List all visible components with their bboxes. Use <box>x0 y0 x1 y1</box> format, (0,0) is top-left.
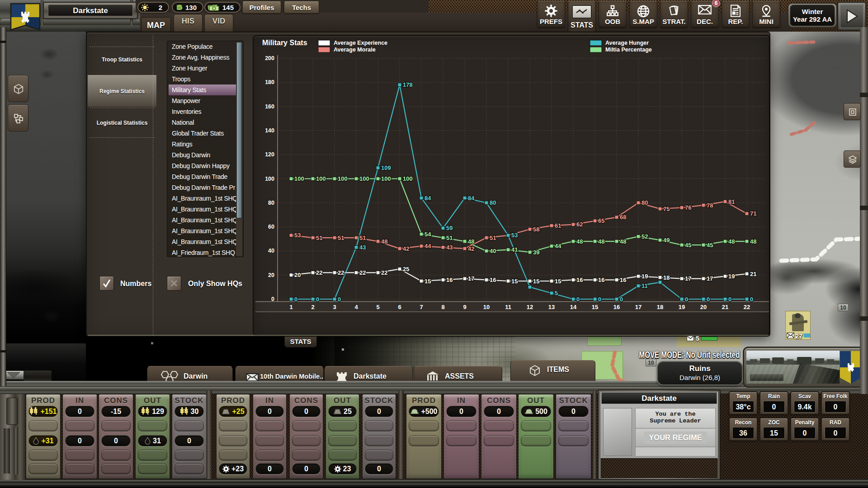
svg-text:58: 58 <box>533 226 539 233</box>
svg-text:71: 71 <box>750 210 756 217</box>
svg-text:15: 15 <box>555 278 561 285</box>
svg-text:11: 11 <box>642 282 648 289</box>
svg-text:76: 76 <box>685 204 691 211</box>
svg-text:180: 180 <box>265 79 274 85</box>
svg-text:Military Stats: Military Stats <box>262 39 307 47</box>
svg-text:40: 40 <box>490 248 496 254</box>
svg-text:41: 41 <box>511 246 518 253</box>
svg-text:65: 65 <box>598 217 604 224</box>
svg-text:18: 18 <box>663 274 670 281</box>
svg-text:100: 100 <box>381 175 391 182</box>
svg-text:200: 200 <box>265 55 274 61</box>
svg-text:120: 120 <box>265 151 274 158</box>
svg-text:0: 0 <box>598 296 601 303</box>
svg-text:16: 16 <box>576 277 583 283</box>
svg-text:48: 48 <box>576 238 583 245</box>
svg-text:20: 20 <box>700 304 707 310</box>
svg-text:17: 17 <box>707 275 713 282</box>
svg-text:62: 62 <box>576 221 583 228</box>
svg-text:52: 52 <box>642 233 648 240</box>
svg-text:13: 13 <box>548 304 555 310</box>
svg-text:51: 51 <box>359 235 366 241</box>
svg-text:78: 78 <box>707 202 713 209</box>
svg-text:19: 19 <box>728 273 735 280</box>
svg-text:84: 84 <box>468 195 475 202</box>
svg-text:17: 17 <box>635 304 642 310</box>
svg-text:100: 100 <box>338 175 348 182</box>
svg-text:15: 15 <box>592 304 598 310</box>
svg-text:109: 109 <box>381 164 391 171</box>
svg-text:45: 45 <box>707 242 713 249</box>
svg-text:0: 0 <box>685 296 688 303</box>
svg-text:81: 81 <box>728 198 735 205</box>
svg-text:0: 0 <box>294 296 297 303</box>
svg-text:140: 140 <box>265 127 274 134</box>
svg-text:18: 18 <box>657 304 663 310</box>
svg-text:19: 19 <box>679 304 685 310</box>
svg-text:Average Morale: Average Morale <box>334 47 376 53</box>
svg-text:43: 43 <box>359 244 366 251</box>
svg-text:53: 53 <box>511 232 518 239</box>
svg-text:40: 40 <box>268 248 274 254</box>
svg-text:75: 75 <box>663 206 670 212</box>
svg-text:5: 5 <box>376 304 379 310</box>
svg-text:Average Hunger: Average Hunger <box>605 40 649 46</box>
svg-text:21: 21 <box>722 304 728 310</box>
svg-text:2: 2 <box>311 304 314 310</box>
svg-text:10: 10 <box>483 304 490 310</box>
svg-text:43: 43 <box>446 244 453 251</box>
svg-text:45: 45 <box>685 242 691 249</box>
svg-text:20: 20 <box>268 272 274 278</box>
svg-text:16: 16 <box>620 277 626 283</box>
svg-text:22: 22 <box>359 269 366 276</box>
svg-text:22: 22 <box>338 269 344 276</box>
svg-text:0: 0 <box>338 296 341 303</box>
svg-text:48: 48 <box>728 238 735 245</box>
svg-text:51: 51 <box>316 235 322 241</box>
svg-text:6: 6 <box>398 304 401 310</box>
svg-text:22: 22 <box>381 269 387 276</box>
svg-text:16: 16 <box>490 277 496 283</box>
svg-text:48: 48 <box>381 238 387 245</box>
svg-text:22: 22 <box>744 304 750 310</box>
svg-text:48: 48 <box>468 238 474 245</box>
svg-text:51: 51 <box>490 235 496 241</box>
svg-text:7: 7 <box>420 304 423 310</box>
svg-text:0: 0 <box>707 296 710 303</box>
svg-text:3: 3 <box>333 304 336 310</box>
svg-text:Average Experience: Average Experience <box>334 40 387 46</box>
svg-text:15: 15 <box>511 278 518 285</box>
svg-text:15: 15 <box>425 278 431 285</box>
svg-text:16: 16 <box>446 277 453 283</box>
svg-text:Miltia Percentage: Miltia Percentage <box>605 47 652 53</box>
svg-text:80: 80 <box>642 199 648 206</box>
svg-text:0: 0 <box>316 296 319 303</box>
svg-text:49: 49 <box>663 237 670 244</box>
svg-text:48: 48 <box>750 238 756 245</box>
svg-text:5: 5 <box>555 290 558 296</box>
svg-text:15: 15 <box>533 278 539 285</box>
svg-text:8: 8 <box>441 304 444 310</box>
svg-text:42: 42 <box>403 245 409 252</box>
svg-text:0: 0 <box>620 296 623 303</box>
svg-text:51: 51 <box>338 235 344 241</box>
svg-text:11: 11 <box>505 304 511 310</box>
svg-text:16: 16 <box>598 277 604 283</box>
svg-text:84: 84 <box>425 195 431 202</box>
svg-text:14: 14 <box>570 304 577 310</box>
svg-text:80: 80 <box>268 200 274 206</box>
svg-text:100: 100 <box>359 175 369 182</box>
svg-text:44: 44 <box>555 243 561 249</box>
svg-text:17: 17 <box>468 275 474 282</box>
svg-text:44: 44 <box>425 243 431 249</box>
svg-text:80: 80 <box>490 199 496 206</box>
svg-text:20: 20 <box>294 272 301 278</box>
svg-text:22: 22 <box>316 269 322 276</box>
svg-text:68: 68 <box>620 214 626 221</box>
svg-text:1: 1 <box>289 304 292 310</box>
svg-text:61: 61 <box>555 222 561 229</box>
svg-text:16: 16 <box>613 304 620 310</box>
svg-text:51: 51 <box>446 235 453 241</box>
svg-text:48: 48 <box>620 238 626 245</box>
svg-text:9: 9 <box>463 304 466 310</box>
